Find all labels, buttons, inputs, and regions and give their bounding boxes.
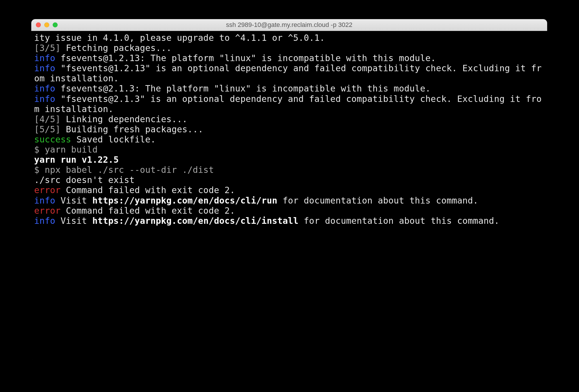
window-title: ssh 2989-10@gate.my.reclaim.cloud -p 302… (226, 21, 353, 29)
desktop: ssh 2989-10@gate.my.reclaim.cloud -p 302… (0, 0, 579, 392)
terminal-span: fsevents@1.2.13: The platform "linux" is… (55, 53, 436, 63)
terminal-span: [3/5] (34, 43, 61, 53)
terminal-span: error (34, 185, 61, 195)
terminal-span: info (34, 195, 55, 206)
close-icon[interactable] (36, 23, 41, 28)
terminal-span: info (34, 53, 55, 63)
terminal-span: Visit (55, 216, 92, 226)
terminal-output: ity issue in 4.1.0, please upgrade to ^4… (34, 33, 544, 226)
window-titlebar[interactable]: ssh 2989-10@gate.my.reclaim.cloud -p 302… (31, 19, 547, 31)
terminal-span: info (34, 94, 55, 104)
terminal-span: for documentation about this command. (277, 195, 478, 206)
terminal-span: yarn run v1.22.5 (34, 155, 119, 165)
terminal-span: Fetching packages... (61, 43, 172, 53)
terminal-span: "fsevents@2.1.3" is an optional dependen… (34, 94, 542, 114)
terminal-span: info (34, 83, 55, 94)
terminal-span: $ yarn build (34, 144, 98, 155)
terminal-span: [4/5] (34, 114, 61, 124)
terminal-span: Command failed with exit code 2. (61, 185, 235, 195)
terminal-span: ity issue in 4.1.0, please upgrade to ^4… (34, 33, 325, 43)
terminal-span: https://yarnpkg.com/en/docs/cli/run (92, 195, 277, 206)
terminal-span: Command failed with exit code 2. (61, 206, 235, 216)
terminal-span: [5/5] (34, 124, 61, 134)
terminal-span: for documentation about this command. (298, 216, 499, 226)
terminal-span: Visit (55, 195, 92, 206)
terminal-span: error (34, 206, 61, 216)
terminal-span: info (34, 63, 55, 73)
terminal-span: success (34, 134, 71, 144)
terminal-span: "fsevents@1.2.13" is an optional depende… (34, 63, 542, 83)
zoom-icon[interactable] (53, 23, 58, 28)
terminal-span: Building fresh packages... (61, 124, 203, 134)
terminal-span: Saved lockfile. (71, 134, 156, 144)
terminal-window: ssh 2989-10@gate.my.reclaim.cloud -p 302… (31, 19, 547, 361)
terminal-span: $ npx babel ./src --out-dir ./dist (34, 165, 214, 175)
terminal-body[interactable]: ity issue in 4.1.0, please upgrade to ^4… (31, 31, 547, 361)
minimize-icon[interactable] (44, 23, 49, 28)
terminal-span: Linking dependencies... (61, 114, 187, 124)
terminal-span: fsevents@2.1.3: The platform "linux" is … (55, 83, 431, 94)
terminal-span: ./src doesn't exist (34, 175, 135, 185)
terminal-span: https://yarnpkg.com/en/docs/cli/install (92, 216, 298, 226)
terminal-span: info (34, 216, 55, 226)
traffic-lights (36, 23, 58, 28)
